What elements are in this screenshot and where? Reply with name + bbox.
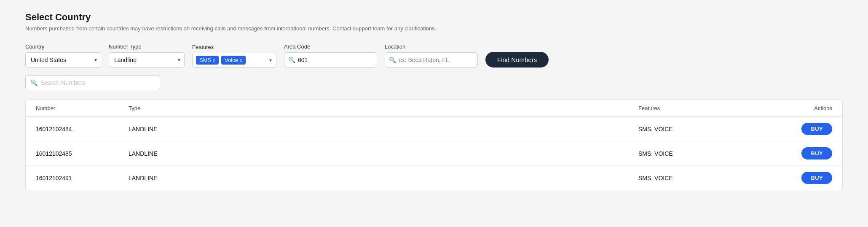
find-numbers-button[interactable]: Find Numbers bbox=[485, 52, 549, 68]
location-search-icon: 🔍 bbox=[389, 57, 396, 63]
voice-tag: Voice x bbox=[221, 56, 246, 65]
actions-cell: BUY bbox=[756, 123, 832, 135]
number-type-label: Number Type bbox=[109, 43, 185, 50]
features-cell: SMS, VOICE bbox=[638, 150, 756, 157]
number-cell: 16012102485 bbox=[36, 150, 129, 157]
area-code-label: Area Code bbox=[284, 43, 377, 50]
location-filter-group: Location 🔍 bbox=[385, 43, 478, 68]
area-code-input[interactable] bbox=[284, 52, 377, 68]
col-header-actions: Actions bbox=[756, 105, 832, 111]
col-header-number: Number bbox=[36, 105, 129, 111]
features-cell: SMS, VOICE bbox=[638, 175, 756, 181]
col-header-type: Type bbox=[129, 105, 638, 111]
page-title: Select Country bbox=[25, 12, 843, 23]
country-label: Country bbox=[25, 43, 101, 50]
search-numbers-input[interactable] bbox=[25, 75, 160, 90]
area-code-input-wrapper: 🔍 bbox=[284, 52, 377, 68]
number-type-select-wrapper: Landline Mobile Toll-Free ▾ bbox=[109, 52, 185, 68]
sms-tag: SMS x bbox=[196, 56, 219, 65]
number-cell: 16012102491 bbox=[36, 175, 129, 181]
voice-tag-label: Voice bbox=[225, 57, 238, 63]
search-numbers-icon: 🔍 bbox=[30, 79, 38, 86]
number-cell: 16012102484 bbox=[36, 126, 129, 132]
features-select-wrapper[interactable]: SMS x Voice x ▾ bbox=[192, 53, 276, 68]
table-header: Number Type Features Actions bbox=[26, 100, 842, 117]
location-input[interactable] bbox=[385, 52, 478, 68]
table-row: 16012102484 LANDLINE SMS, VOICE BUY bbox=[26, 117, 842, 141]
location-input-wrapper: 🔍 bbox=[385, 52, 478, 68]
table-row: 16012102491 LANDLINE SMS, VOICE BUY bbox=[26, 166, 842, 190]
actions-cell: BUY bbox=[756, 172, 832, 184]
voice-tag-remove[interactable]: x bbox=[240, 57, 242, 63]
number-type-filter-group: Number Type Landline Mobile Toll-Free ▾ bbox=[109, 43, 185, 68]
type-cell: LANDLINE bbox=[129, 175, 638, 181]
chevron-down-icon-3: ▾ bbox=[269, 57, 272, 63]
table-row: 16012102485 LANDLINE SMS, VOICE BUY bbox=[26, 141, 842, 166]
country-filter-group: Country United States Canada United King… bbox=[25, 43, 101, 68]
area-code-filter-group: Area Code 🔍 bbox=[284, 43, 377, 68]
number-type-select[interactable]: Landline Mobile Toll-Free bbox=[109, 52, 185, 68]
type-cell: LANDLINE bbox=[129, 126, 638, 132]
area-code-search-icon: 🔍 bbox=[288, 57, 295, 63]
sms-tag-label: SMS bbox=[199, 57, 211, 63]
col-header-features: Features bbox=[638, 105, 756, 111]
features-filter-group: Features SMS x Voice x ▾ bbox=[192, 44, 276, 68]
country-select-wrapper: United States Canada United Kingdom ▾ bbox=[25, 52, 101, 68]
location-label: Location bbox=[385, 43, 478, 50]
type-cell: LANDLINE bbox=[129, 150, 638, 157]
features-cell: SMS, VOICE bbox=[638, 126, 756, 132]
features-label: Features bbox=[192, 44, 276, 50]
buy-button-1[interactable]: BUY bbox=[801, 147, 832, 159]
search-numbers-wrapper: 🔍 bbox=[25, 75, 160, 90]
buy-button-2[interactable]: BUY bbox=[801, 172, 832, 184]
page-description: Numbers purchased from certain countries… bbox=[25, 25, 489, 32]
numbers-table: Number Type Features Actions 16012102484… bbox=[25, 100, 843, 190]
page-container: Select Country Numbers purchased from ce… bbox=[0, 0, 868, 227]
buy-button-0[interactable]: BUY bbox=[801, 123, 832, 135]
sms-tag-remove[interactable]: x bbox=[213, 57, 215, 63]
actions-cell: BUY bbox=[756, 147, 832, 159]
filters-row: Country United States Canada United King… bbox=[25, 43, 843, 68]
country-select[interactable]: United States Canada United Kingdom bbox=[25, 52, 101, 68]
